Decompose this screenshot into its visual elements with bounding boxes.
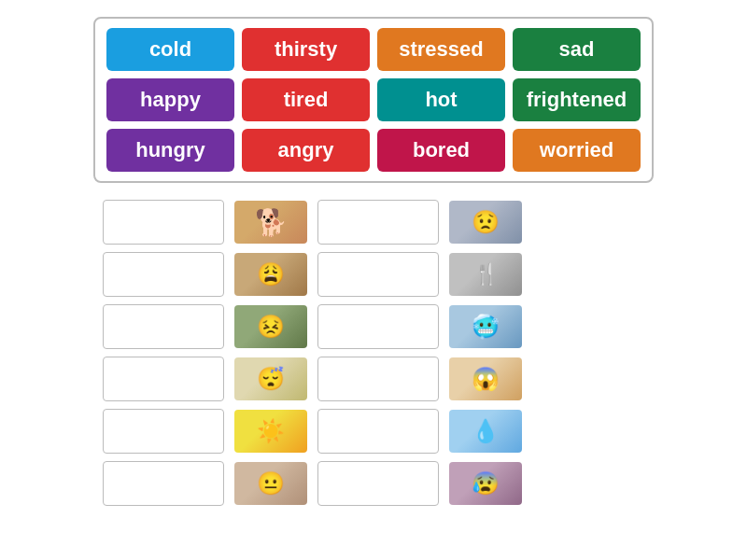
answer-box-left-1[interactable] [103, 252, 224, 297]
image-cell-left-2 [233, 304, 308, 349]
answer-box-left-4[interactable] [103, 409, 224, 454]
img-stressed-woman-icon [234, 305, 307, 348]
image-cell-left-5 [233, 461, 308, 506]
img-hungry-man-icon [449, 253, 522, 296]
word-tile-thirsty[interactable]: thirsty [242, 28, 370, 71]
image-cell-right-0 [448, 200, 523, 245]
answer-box-left-5[interactable] [103, 461, 224, 506]
img-frightened-icon [449, 357, 522, 400]
img-worried-woman-icon [449, 462, 522, 505]
answer-box-left-0[interactable] [103, 200, 224, 245]
image-cell-right-1 [448, 252, 523, 297]
img-sunny-icon [234, 410, 307, 453]
image-cell-right-3 [448, 357, 523, 401]
word-tile-cold[interactable]: cold [106, 28, 234, 71]
image-cell-left-3 [233, 357, 308, 401]
word-tile-sad[interactable]: sad [513, 28, 641, 71]
word-tile-happy[interactable]: happy [106, 78, 234, 121]
answer-box-right-1[interactable] [317, 252, 439, 297]
answer-box-left-2[interactable] [103, 304, 224, 349]
answer-box-right-5[interactable] [317, 461, 439, 506]
img-bored-woman-icon [234, 462, 307, 505]
image-cell-left-0 [233, 200, 308, 245]
image-cell-right-5 [448, 461, 523, 506]
word-tile-stressed[interactable]: stressed [377, 28, 505, 71]
match-area [75, 200, 672, 506]
word-tile-worried[interactable]: worried [513, 129, 641, 172]
image-cell-right-2 [448, 304, 523, 349]
answer-box-left-3[interactable] [103, 357, 224, 401]
word-tile-tired[interactable]: tired [242, 78, 370, 121]
img-thirsty-icon [449, 410, 522, 453]
answer-box-right-2[interactable] [317, 304, 439, 349]
img-sleeping-icon [234, 357, 307, 400]
answer-box-right-4[interactable] [317, 409, 439, 454]
image-cell-left-4 [233, 409, 308, 454]
image-cell-left-1 [233, 252, 308, 297]
word-tile-hot[interactable]: hot [377, 78, 505, 121]
word-bank: coldthirstystressedsadhappytiredhotfrigh… [93, 17, 654, 183]
answer-box-right-3[interactable] [317, 357, 439, 401]
img-cold-child-icon [449, 305, 522, 348]
word-tile-hungry[interactable]: hungry [106, 129, 234, 172]
word-tile-frightened[interactable]: frightened [513, 78, 641, 121]
img-boy-head-icon [234, 253, 307, 296]
img-stressed-man-icon [449, 201, 522, 244]
word-tile-angry[interactable]: angry [242, 129, 370, 172]
img-dog-icon [234, 201, 307, 244]
answer-box-right-0[interactable] [317, 200, 439, 245]
image-cell-right-4 [448, 409, 523, 454]
word-tile-bored[interactable]: bored [377, 129, 505, 172]
